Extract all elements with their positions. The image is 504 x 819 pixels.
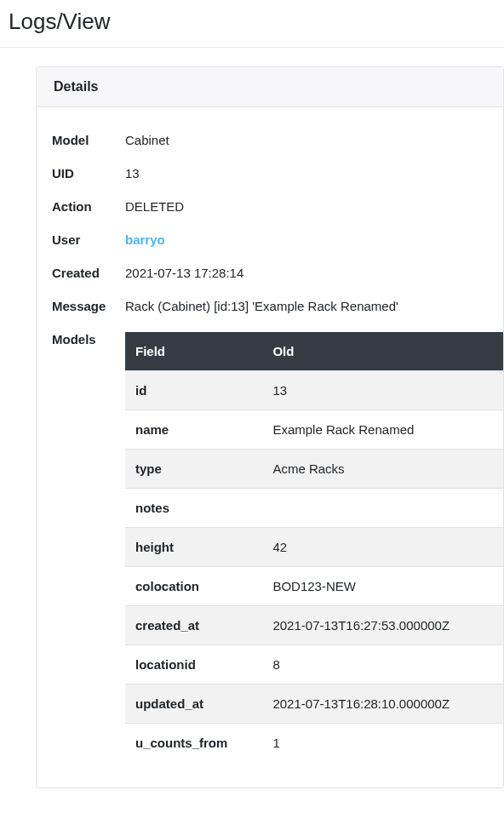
detail-label-uid: UID bbox=[52, 166, 125, 180]
detail-label-model: Model bbox=[52, 133, 125, 147]
table-row: colocationBOD123-NEW bbox=[125, 567, 503, 606]
page-title: Logs/View bbox=[0, 0, 504, 48]
table-cell-old: BOD123-NEW bbox=[262, 567, 503, 606]
table-row: typeAcme Racks bbox=[125, 450, 503, 489]
detail-value-message: Rack (Cabinet) [id:13] 'Example Rack Ren… bbox=[125, 299, 503, 313]
detail-row-uid: UID 13 bbox=[52, 166, 503, 180]
table-cell-field: colocation bbox=[125, 567, 262, 606]
table-row: id13 bbox=[125, 371, 503, 410]
table-row: updated_at2021-07-13T16:28:10.000000Z bbox=[125, 684, 503, 724]
detail-row-created: Created 2021-07-13 17:28:14 bbox=[52, 266, 503, 280]
detail-row-user: User barryo bbox=[52, 232, 503, 247]
table-cell-old: 1 bbox=[262, 724, 503, 763]
detail-row-models: Models Field Old id13nameExample Rack Re… bbox=[52, 332, 503, 762]
detail-label-message: Message bbox=[52, 299, 125, 313]
table-row: created_at2021-07-13T16:27:53.000000Z bbox=[125, 606, 503, 645]
table-cell-old: Example Rack Renamed bbox=[262, 410, 503, 450]
card-body: Model Cabinet UID 13 Action DELETED User… bbox=[37, 107, 503, 788]
detail-value-created: 2021-07-13 17:28:14 bbox=[125, 266, 503, 280]
detail-value-models: Field Old id13nameExample Rack Renamedty… bbox=[125, 332, 503, 762]
table-cell-field: updated_at bbox=[125, 684, 262, 724]
detail-value-uid: 13 bbox=[125, 166, 503, 180]
table-row: locationid8 bbox=[125, 645, 503, 684]
models-table: Field Old id13nameExample Rack Renamedty… bbox=[125, 332, 503, 762]
table-cell-field: type bbox=[125, 450, 262, 489]
table-row: nameExample Rack Renamed bbox=[125, 410, 503, 450]
detail-value-model: Cabinet bbox=[125, 133, 503, 147]
detail-row-action: Action DELETED bbox=[52, 199, 503, 214]
details-card: Details Model Cabinet UID 13 Action DELE… bbox=[36, 66, 504, 788]
table-cell-field: locationid bbox=[125, 645, 262, 684]
table-cell-old: 42 bbox=[262, 528, 503, 567]
table-cell-old: 2021-07-13T16:27:53.000000Z bbox=[262, 606, 503, 645]
detail-label-created: Created bbox=[52, 266, 125, 280]
user-link[interactable]: barryo bbox=[125, 232, 165, 247]
table-cell-old: Acme Racks bbox=[262, 450, 503, 489]
detail-label-user: User bbox=[52, 232, 125, 247]
table-row: notes bbox=[125, 489, 503, 528]
table-cell-old: 13 bbox=[262, 371, 503, 410]
detail-value-action: DELETED bbox=[125, 199, 503, 214]
detail-value-user: barryo bbox=[125, 232, 503, 247]
table-cell-field: created_at bbox=[125, 606, 262, 645]
table-cell-field: height bbox=[125, 528, 262, 567]
models-table-header-field: Field bbox=[125, 332, 262, 371]
detail-row-model: Model Cabinet bbox=[52, 133, 503, 147]
models-table-header-row: Field Old bbox=[125, 332, 503, 371]
table-cell-old: 8 bbox=[262, 645, 503, 684]
detail-label-models: Models bbox=[52, 332, 125, 346]
table-cell-field: notes bbox=[125, 489, 262, 528]
table-cell-field: name bbox=[125, 410, 262, 450]
table-row: height42 bbox=[125, 528, 503, 567]
card-header: Details bbox=[37, 67, 503, 107]
models-table-header-old: Old bbox=[262, 332, 503, 371]
table-cell-field: u_counts_from bbox=[125, 724, 262, 763]
detail-label-action: Action bbox=[52, 199, 125, 214]
table-cell-field: id bbox=[125, 371, 262, 410]
table-cell-old bbox=[262, 489, 503, 528]
table-cell-old: 2021-07-13T16:28:10.000000Z bbox=[262, 684, 503, 724]
detail-row-message: Message Rack (Cabinet) [id:13] 'Example … bbox=[52, 299, 503, 313]
table-row: u_counts_from1 bbox=[125, 724, 503, 763]
